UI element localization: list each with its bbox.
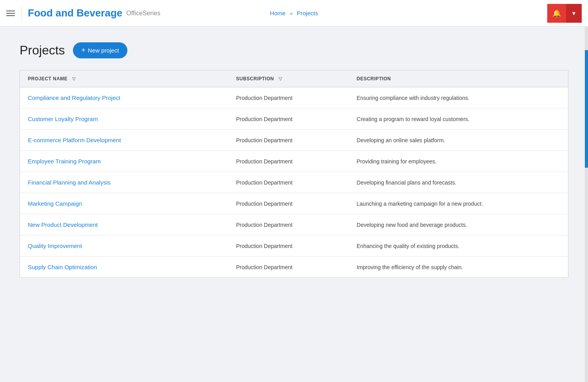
table-cell-description: Creating a program to reward loyal custo… bbox=[349, 109, 568, 130]
table-row: Supply Chain Optimization Production Dep… bbox=[20, 257, 568, 278]
table-cell-description: Launching a marketing campaign for a new… bbox=[349, 193, 568, 214]
table-cell-subscription: Production Department bbox=[228, 87, 349, 109]
table-cell-name: E-commerce Platform Development bbox=[20, 130, 228, 151]
table-cell-subscription: Production Department bbox=[228, 235, 349, 257]
table-cell-description: Enhancing the quality of existing produc… bbox=[349, 235, 568, 257]
table-cell-name: Quality Improvement bbox=[20, 235, 228, 257]
table-header-row: PROJECT NAME ▽ SUBSCRIPTION ▽ DESCRIPTIO… bbox=[20, 71, 568, 87]
bell-button[interactable]: 🔔 bbox=[547, 4, 566, 23]
table-cell-subscription: Production Department bbox=[228, 257, 349, 278]
scrollbar-track[interactable] bbox=[585, 27, 588, 382]
table-cell-subscription: Production Department bbox=[228, 172, 349, 193]
col-header-name: PROJECT NAME ▽ bbox=[20, 71, 228, 87]
table-cell-name: Financial Planning and Analysis bbox=[20, 172, 228, 193]
plus-icon: + bbox=[82, 46, 86, 54]
projects-table-container: PROJECT NAME ▽ SUBSCRIPTION ▽ DESCRIPTIO… bbox=[20, 70, 568, 278]
table-cell-subscription: Production Department bbox=[228, 130, 349, 151]
table-row: Marketing Campaign Production Department… bbox=[20, 193, 568, 214]
project-link[interactable]: Employee Training Program bbox=[28, 158, 101, 165]
table-cell-description: Providing training for employees. bbox=[349, 151, 568, 172]
project-link[interactable]: Compliance and Regulatory Project bbox=[28, 94, 120, 101]
table-row: New Product Development Production Depar… bbox=[20, 214, 568, 235]
table-cell-description: Developing an online sales platform. bbox=[349, 130, 568, 151]
projects-table: PROJECT NAME ▽ SUBSCRIPTION ▽ DESCRIPTIO… bbox=[20, 71, 568, 277]
page-title: Projects bbox=[20, 43, 65, 58]
scrollbar-thumb[interactable] bbox=[585, 50, 588, 168]
project-link[interactable]: Customer Loyalty Program bbox=[28, 116, 98, 122]
table-cell-subscription: Production Department bbox=[228, 151, 349, 172]
table-cell-name: Employee Training Program bbox=[20, 151, 228, 172]
table-cell-name: New Product Development bbox=[20, 214, 228, 235]
main-content: Projects + New project PROJECT NAME ▽ SU… bbox=[0, 27, 588, 382]
chevron-down-icon: ▼ bbox=[571, 10, 577, 16]
new-project-button[interactable]: + New project bbox=[73, 42, 128, 58]
project-link[interactable]: Financial Planning and Analysis bbox=[28, 179, 111, 186]
table-cell-description: Improving the efficiency of the supply c… bbox=[349, 257, 568, 278]
col-header-subscription: SUBSCRIPTION ▽ bbox=[228, 71, 349, 87]
header: Food and Beverage OfficeSeries Home » Pr… bbox=[0, 0, 588, 27]
page-title-row: Projects + New project bbox=[20, 42, 568, 58]
project-link[interactable]: Marketing Campaign bbox=[28, 200, 82, 207]
table-cell-name: Customer Loyalty Program bbox=[20, 109, 228, 130]
new-project-label: New project bbox=[88, 47, 119, 54]
header-divider bbox=[21, 5, 22, 21]
table-row: Financial Planning and Analysis Producti… bbox=[20, 172, 568, 193]
header-actions: 🔔 ▼ bbox=[547, 4, 582, 23]
project-link[interactable]: New Product Development bbox=[28, 221, 98, 228]
filter-subscription-icon[interactable]: ▽ bbox=[279, 76, 282, 81]
table-cell-subscription: Production Department bbox=[228, 214, 349, 235]
app-title: Food and Beverage bbox=[28, 7, 122, 19]
table-row: Customer Loyalty Program Production Depa… bbox=[20, 109, 568, 130]
table-cell-description: Developing new food and beverage product… bbox=[349, 214, 568, 235]
project-link[interactable]: Quality Improvement bbox=[28, 243, 82, 249]
table-cell-name: Marketing Campaign bbox=[20, 193, 228, 214]
table-cell-name: Compliance and Regulatory Project bbox=[20, 87, 228, 109]
breadcrumb-current: Projects bbox=[297, 10, 318, 16]
breadcrumb-separator: » bbox=[290, 10, 293, 16]
app-subtitle: OfficeSeries bbox=[126, 10, 160, 17]
table-row: Quality Improvement Production Departmen… bbox=[20, 235, 568, 257]
table-row: E-commerce Platform Development Producti… bbox=[20, 130, 568, 151]
table-row: Compliance and Regulatory Project Produc… bbox=[20, 87, 568, 109]
table-cell-subscription: Production Department bbox=[228, 193, 349, 214]
col-header-description: DESCRIPTION bbox=[349, 71, 568, 87]
breadcrumb-home[interactable]: Home bbox=[270, 10, 286, 16]
table-cell-subscription: Production Department bbox=[228, 109, 349, 130]
breadcrumb: Home » Projects bbox=[270, 10, 318, 16]
table-cell-description: Ensuring compliance with industry regula… bbox=[349, 87, 568, 109]
bell-icon: 🔔 bbox=[552, 9, 561, 18]
filter-name-icon[interactable]: ▽ bbox=[72, 76, 76, 81]
table-cell-name: Supply Chain Optimization bbox=[20, 257, 228, 278]
project-link[interactable]: Supply Chain Optimization bbox=[28, 264, 97, 270]
table-row: Employee Training Program Production Dep… bbox=[20, 151, 568, 172]
user-dropdown-button[interactable]: ▼ bbox=[566, 4, 582, 23]
project-link[interactable]: E-commerce Platform Development bbox=[28, 137, 121, 143]
menu-icon[interactable] bbox=[6, 11, 15, 16]
table-cell-description: Developing financial plans and forecasts… bbox=[349, 172, 568, 193]
